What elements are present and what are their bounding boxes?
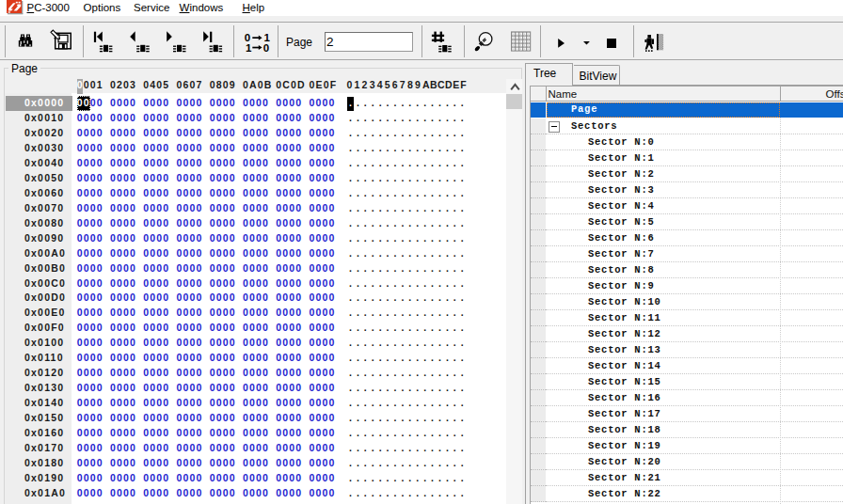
svg-text:0: 0: [263, 42, 269, 54]
svg-text:1: 1: [246, 42, 252, 54]
